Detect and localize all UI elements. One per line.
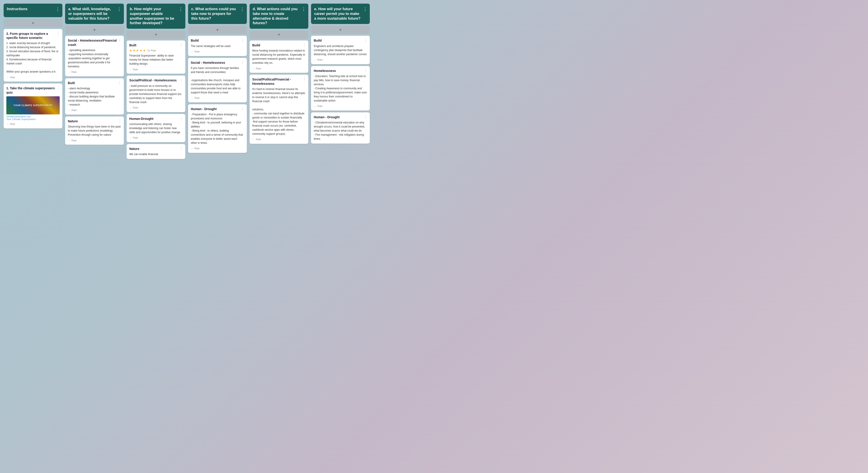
rate-label: Rate bbox=[71, 70, 76, 73]
card-title: Social - Homelessness bbox=[191, 61, 244, 65]
card-menu-icon[interactable]: ⋮ bbox=[180, 43, 183, 47]
column-header-text-col-d: d. What actions could you take now to cr… bbox=[253, 7, 300, 26]
card-body: More funding towards innovations related… bbox=[252, 49, 306, 65]
card-rate-button[interactable]: ☆Rate bbox=[252, 138, 306, 141]
card-body: 1. water scarcity because of drought 2. … bbox=[6, 41, 60, 74]
card-body: - Climate/environmental education on why… bbox=[314, 120, 367, 141]
rate-label: Rate bbox=[10, 76, 15, 79]
card-rate-button[interactable]: ☆Rate bbox=[6, 122, 60, 126]
card-menu-icon[interactable]: ⋮ bbox=[241, 38, 245, 42]
card-rate-button[interactable]: ☆Rate bbox=[314, 58, 367, 61]
star-icon: ★ bbox=[129, 49, 132, 52]
add-card-button[interactable]: + bbox=[127, 31, 185, 39]
card-menu-icon[interactable]: ⋮ bbox=[57, 86, 60, 90]
card-title: Build bbox=[314, 38, 367, 42]
card-rate-button[interactable]: ☆Rate bbox=[68, 109, 121, 112]
add-card-button[interactable]: + bbox=[188, 26, 247, 34]
rate-star-icon: ☆ bbox=[6, 76, 9, 79]
card-title: 1. Take the climate superpowers quiz bbox=[6, 86, 60, 94]
card-menu-icon[interactable]: ⋮ bbox=[118, 38, 122, 42]
card-title: Build bbox=[252, 43, 306, 47]
rate-star-icon: ☆ bbox=[191, 50, 193, 53]
card-body: - alarm technology - social media awaren… bbox=[68, 86, 121, 107]
card-body: - Preparation - Put in place emergency p… bbox=[191, 112, 244, 145]
add-card-button[interactable]: + bbox=[250, 31, 308, 39]
card-menu-icon[interactable]: ⋮ bbox=[364, 68, 368, 72]
card-body: - build pressure as a community on gover… bbox=[129, 84, 183, 104]
card-title: Human - Drought bbox=[314, 115, 367, 119]
card-body: if you have connections through families… bbox=[191, 66, 244, 94]
card-card-human-drought-c: ⋮Human - Drought- Preparation - Put in p… bbox=[188, 104, 247, 153]
card-image-link-label[interactable]: Your Climate Superpowers bbox=[6, 118, 60, 120]
rate-label: Rate bbox=[133, 136, 138, 139]
card-menu-icon[interactable]: ⋮ bbox=[118, 119, 122, 123]
column-col-a: a. What skill, knowledge, or superpowers… bbox=[65, 4, 124, 145]
column-menu-icon[interactable]: ⋮ bbox=[56, 7, 60, 12]
star-icon: ★ bbox=[136, 49, 139, 52]
card-menu-icon[interactable]: ⋮ bbox=[180, 78, 183, 82]
card-menu-icon[interactable]: ⋮ bbox=[241, 60, 245, 64]
column-menu-icon[interactable]: ⋮ bbox=[363, 7, 367, 12]
card-menu-icon[interactable]: ⋮ bbox=[303, 43, 306, 47]
card-title: Built bbox=[129, 43, 183, 47]
card-rate-button[interactable]: ☆Rate bbox=[6, 76, 60, 79]
card-rate-button[interactable]: ☆Rate bbox=[191, 147, 244, 150]
card-rate-button[interactable]: ☆Rate bbox=[68, 70, 121, 74]
card-rate-button[interactable]: ☆Rate bbox=[314, 105, 367, 108]
rate-label: Rate bbox=[256, 67, 261, 70]
card-card-build-c: ⋮BuildThe same strategies will be used.☆… bbox=[188, 36, 247, 56]
card-menu-icon[interactable]: ⋮ bbox=[303, 77, 306, 81]
card-rate-button[interactable]: ☆Rate bbox=[68, 139, 121, 142]
card-rate-button[interactable]: ☆Rate bbox=[191, 96, 244, 100]
add-card-button[interactable]: + bbox=[311, 26, 370, 34]
star-icon: ★ bbox=[133, 49, 135, 52]
card-menu-icon[interactable]: ⋮ bbox=[118, 81, 122, 85]
rate-star-icon: ☆ bbox=[191, 147, 193, 150]
column-header-text-instructions: Instructions bbox=[7, 7, 54, 11]
card-card-quiz: ⋮1. Take the climate superpowers quizYOU… bbox=[4, 83, 62, 128]
card-card-socialpolitical-b: ⋮Social/Political - Homelessness- build … bbox=[127, 76, 185, 112]
card-menu-icon[interactable]: ⋮ bbox=[180, 116, 183, 120]
card-rate-button[interactable]: ☆Rate bbox=[252, 67, 306, 70]
rate-star-icon: ☆ bbox=[252, 138, 255, 141]
column-instructions: Instructions⋮+⋮2. Form groups to explore… bbox=[4, 4, 62, 128]
column-menu-icon[interactable]: ⋮ bbox=[117, 7, 121, 12]
column-menu-icon[interactable]: ⋮ bbox=[179, 7, 183, 12]
card-title: Homelessness bbox=[314, 69, 367, 73]
column-menu-icon[interactable]: ⋮ bbox=[302, 7, 306, 12]
card-menu-icon[interactable]: ⋮ bbox=[241, 107, 245, 111]
card-body: - Education; Teaching kids at school how… bbox=[314, 74, 367, 102]
card-image-url[interactable]: climatesuperpowers.org bbox=[6, 115, 60, 118]
rate-label: Rate bbox=[317, 58, 322, 61]
card-rate-button[interactable]: ☆Rate bbox=[129, 136, 183, 140]
card-title: Build bbox=[191, 38, 244, 42]
add-card-button[interactable]: + bbox=[4, 19, 62, 27]
card-rate-button[interactable]: ☆Rate bbox=[129, 106, 183, 110]
card-title: Social/Political/Financial - Homelessnes… bbox=[252, 77, 306, 86]
card-card-built-a: ⋮Built- alarm technology - social media … bbox=[65, 78, 124, 115]
kanban-board: Instructions⋮+⋮2. Form groups to explore… bbox=[0, 0, 868, 473]
rate-star-icon: ☆ bbox=[252, 67, 255, 70]
card-card-built-b: ⋮Built★★★★★(1) RateFinancial Superpower-… bbox=[127, 40, 185, 74]
add-card-button[interactable]: + bbox=[65, 26, 124, 34]
card-title: Human-Drought bbox=[129, 117, 183, 121]
card-rate-button[interactable]: ☆Rate bbox=[129, 68, 183, 71]
rate-label: Rate bbox=[194, 96, 199, 99]
column-header-col-d: d. What actions could you take now to cr… bbox=[250, 4, 308, 29]
rate-label: Rate bbox=[10, 122, 15, 125]
card-card-homelessness-e: ⋮Homelessness- Education; Teaching kids … bbox=[311, 66, 370, 111]
column-header-text-col-c: c. What actions could you take now to pr… bbox=[191, 7, 238, 21]
card-card-human-drought-b: ⋮Human-Droughtcommunicating with others,… bbox=[127, 114, 185, 142]
card-title: Human - Drought bbox=[191, 107, 244, 111]
card-title: Social - Homelessness/Financial crash bbox=[68, 38, 121, 47]
card-menu-icon[interactable]: ⋮ bbox=[364, 38, 368, 42]
rate-label: Rate bbox=[133, 68, 138, 71]
card-body: Observing how things have been in the pa… bbox=[68, 125, 121, 137]
card-menu-icon[interactable]: ⋮ bbox=[57, 31, 60, 35]
card-title: Nature bbox=[68, 119, 121, 123]
card-menu-icon[interactable]: ⋮ bbox=[364, 115, 368, 119]
card-card-nature-a: ⋮NatureObserving how things have been in… bbox=[65, 116, 124, 145]
column-menu-icon[interactable]: ⋮ bbox=[240, 7, 244, 12]
card-menu-icon[interactable]: ⋮ bbox=[180, 146, 183, 151]
card-rate-button[interactable]: ☆Rate bbox=[191, 50, 244, 53]
